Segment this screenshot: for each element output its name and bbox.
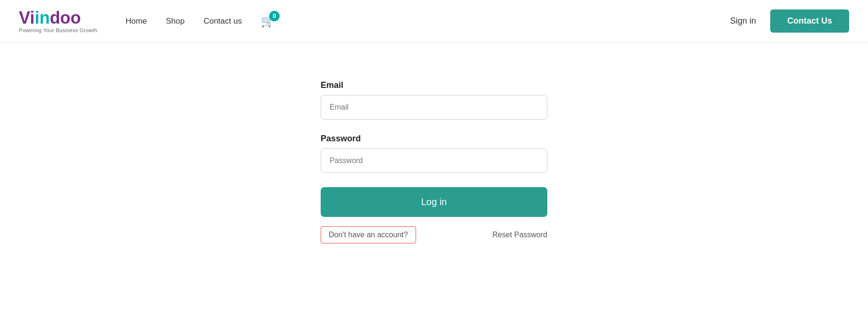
logo-vi: Vi: [19, 8, 34, 27]
nav-home[interactable]: Home: [126, 17, 147, 26]
logo[interactable]: Viindoo Powering Your Business Growth: [19, 9, 97, 33]
register-link[interactable]: Don't have an account?: [321, 226, 416, 243]
logo-doo: doo: [50, 8, 81, 27]
nav-links: Home Shop Contact us 🛒 0: [126, 15, 730, 28]
sign-in-link[interactable]: Sign in: [730, 16, 756, 26]
password-input[interactable]: [321, 148, 547, 173]
cart-count-badge: 0: [269, 11, 280, 21]
reset-password-link[interactable]: Reset Password: [493, 231, 548, 239]
logo-in: in: [34, 8, 50, 27]
email-label: Email: [321, 80, 547, 90]
password-label: Password: [321, 134, 547, 144]
nav-contact-us[interactable]: Contact us: [204, 17, 242, 26]
login-button[interactable]: Log in: [321, 187, 547, 217]
nav-right: Sign in Contact Us: [730, 9, 849, 33]
nav-shop[interactable]: Shop: [166, 17, 185, 26]
login-form: Email Password Log in Don't have an acco…: [321, 80, 547, 243]
logo-tagline: Powering Your Business Growth: [19, 27, 97, 33]
email-input[interactable]: [321, 95, 547, 120]
bottom-links: Don't have an account? Reset Password: [321, 226, 547, 243]
contact-us-button[interactable]: Contact Us: [770, 9, 849, 33]
navbar: Viindoo Powering Your Business Growth Ho…: [0, 0, 868, 43]
main-content: Email Password Log in Don't have an acco…: [0, 43, 868, 243]
cart-button[interactable]: 🛒 0: [261, 15, 275, 28]
